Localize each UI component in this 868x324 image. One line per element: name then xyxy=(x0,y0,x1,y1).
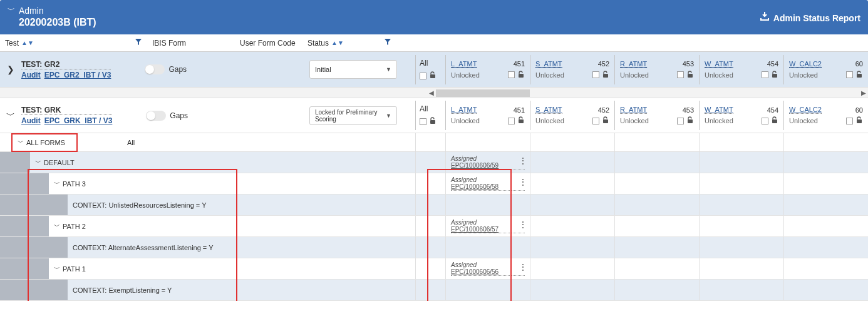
tree-label[interactable]: CONTEXT: AlternateAssessmentListening = … xyxy=(68,244,415,251)
header-bar: ﹀ Admin 20200203B (IBT) Admin Status Rep… xyxy=(0,0,868,34)
section-name-link[interactable]: S_ATMT xyxy=(535,106,562,114)
tree-section-all xyxy=(415,195,445,215)
checkbox[interactable] xyxy=(592,118,599,124)
tree-section-cell xyxy=(699,173,783,194)
section-name-link[interactable]: W_CALC2 xyxy=(789,106,822,114)
status-dropdown[interactable]: Initial ▼ xyxy=(309,60,397,79)
expand-toggle[interactable]: ❯ xyxy=(0,64,21,74)
tree-label[interactable]: ﹀PATH 1 xyxy=(49,265,415,273)
unlock-icon[interactable] xyxy=(686,116,694,125)
epc-link[interactable]: EPC/1000606/59 xyxy=(451,162,525,170)
section-all-label: All xyxy=(420,104,428,113)
all-forms-cell[interactable]: ﹀ ALL FORMS xyxy=(11,133,78,152)
unlock-icon[interactable] xyxy=(517,71,525,79)
section-number: 452 xyxy=(598,60,609,68)
unlock-icon[interactable] xyxy=(429,71,437,81)
tree-section-cell xyxy=(614,280,699,300)
col-status-label[interactable]: Status xyxy=(307,39,329,48)
col-userform-label[interactable]: User Form Code xyxy=(240,39,296,48)
sort-icon[interactable]: ▲▼ xyxy=(331,40,344,46)
checkbox[interactable] xyxy=(677,71,684,78)
unlock-icon[interactable] xyxy=(429,117,437,126)
tree-section-cell xyxy=(783,280,868,300)
section-column: S_ATMT452Unlocked xyxy=(530,55,614,84)
chevron-down-icon[interactable]: ﹀ xyxy=(8,5,15,16)
col-ibis-label[interactable]: IBIS Form xyxy=(152,39,186,48)
sort-icon[interactable]: ▲▼ xyxy=(21,40,34,46)
epc-link[interactable]: EPC/1000606/57 xyxy=(451,226,525,233)
section-state: Unlocked xyxy=(705,117,733,124)
tree-row: ﹀DEFAULTAssignedEPC/1000606/59⋮ xyxy=(0,152,868,173)
unlock-icon[interactable] xyxy=(771,71,778,79)
section-name-link[interactable]: W_CALC2 xyxy=(789,60,822,68)
scroll-right-icon[interactable]: ▶ xyxy=(859,89,868,96)
all-label: All xyxy=(127,139,135,146)
download-icon xyxy=(760,11,770,23)
chevron-down-icon[interactable]: ﹀ xyxy=(35,158,41,167)
tree-label[interactable]: ﹀PATH 2 xyxy=(49,222,415,231)
section-state: Unlocked xyxy=(789,117,818,124)
checkbox[interactable] xyxy=(508,118,515,124)
tree-section-cell xyxy=(614,237,699,258)
filter-icon[interactable] xyxy=(135,38,142,48)
scroll-left-icon[interactable]: ◀ xyxy=(427,89,436,96)
kebab-icon[interactable]: ⋮ xyxy=(519,220,527,230)
unlock-icon[interactable] xyxy=(771,116,778,125)
chevron-down-icon[interactable]: ﹀ xyxy=(54,180,60,188)
test-title: TEST: GR2 xyxy=(21,60,111,69)
checkbox[interactable] xyxy=(420,73,426,79)
kebab-icon[interactable]: ⋮ xyxy=(519,262,527,272)
section-name-link[interactable]: W_ATMT xyxy=(705,106,733,114)
section-name-link[interactable]: S_ATMT xyxy=(535,60,562,68)
section-name-link[interactable]: W_ATMT xyxy=(705,60,733,68)
tree-label[interactable]: ﹀PATH 3 xyxy=(49,180,415,188)
chevron-down-icon[interactable]: ﹀ xyxy=(54,265,60,273)
unlock-icon[interactable] xyxy=(686,71,694,79)
checkbox[interactable] xyxy=(508,71,515,78)
status-dropdown[interactable]: Locked for Preliminary Scoring ▼ xyxy=(309,106,397,125)
checkbox[interactable] xyxy=(592,71,599,78)
unlock-icon[interactable] xyxy=(855,116,863,125)
gaps-toggle[interactable] xyxy=(145,64,165,74)
checkbox[interactable] xyxy=(420,118,426,125)
audit-link[interactable]: Audit xyxy=(21,71,41,79)
gaps-toggle[interactable] xyxy=(146,111,166,121)
chevron-down-icon[interactable]: ﹀ xyxy=(54,222,60,231)
assigned-label: Assigned xyxy=(451,176,525,183)
form-link[interactable]: EPC_GR2_IBT / V3 xyxy=(44,71,111,79)
caret-down-icon: ▼ xyxy=(386,113,391,119)
section-name-link[interactable]: L_ATMT xyxy=(451,60,477,68)
section-name-link[interactable]: R_ATMT xyxy=(620,106,647,114)
tree-label[interactable]: CONTEXT: UnlistedResourcesListening = Y xyxy=(68,201,415,209)
checkbox[interactable] xyxy=(846,71,853,78)
form-link[interactable]: EPC_GRK_IBT / V3 xyxy=(44,116,113,125)
checkbox[interactable] xyxy=(677,118,684,124)
horizontal-scrollbar[interactable]: ◀ ▶ xyxy=(0,87,868,98)
gaps-label: Gaps xyxy=(168,65,187,74)
section-column: W_CALC260Unlocked xyxy=(783,55,868,84)
audit-link[interactable]: Audit xyxy=(21,116,41,125)
kebab-icon[interactable]: ⋮ xyxy=(519,156,527,166)
svg-rect-10 xyxy=(772,119,777,123)
checkbox[interactable] xyxy=(846,118,853,124)
unlock-icon[interactable] xyxy=(602,71,609,79)
checkbox[interactable] xyxy=(762,71,768,78)
admin-status-report-button[interactable]: Admin Status Report xyxy=(760,5,860,23)
tree-label[interactable]: CONTEXT: ExemptListening = Y xyxy=(68,286,415,294)
section-column: L_ATMT451Unlocked xyxy=(445,101,530,130)
epc-link[interactable]: EPC/1000606/58 xyxy=(451,183,525,191)
tree-section-cell xyxy=(530,216,614,236)
scroll-thumb[interactable] xyxy=(436,89,530,97)
section-name-link[interactable]: R_ATMT xyxy=(620,60,647,68)
kebab-icon[interactable]: ⋮ xyxy=(519,177,527,187)
unlock-icon[interactable] xyxy=(517,116,525,125)
filter-icon[interactable] xyxy=(384,38,391,48)
checkbox[interactable] xyxy=(762,118,768,124)
expand-toggle[interactable]: ﹀ xyxy=(0,110,21,121)
unlock-icon[interactable] xyxy=(855,71,863,79)
epc-link[interactable]: EPC/1000606/56 xyxy=(451,268,525,276)
tree-label[interactable]: ﹀DEFAULT xyxy=(30,158,415,167)
unlock-icon[interactable] xyxy=(602,116,609,125)
section-name-link[interactable]: L_ATMT xyxy=(451,106,477,114)
col-test-label[interactable]: Test xyxy=(5,39,19,48)
